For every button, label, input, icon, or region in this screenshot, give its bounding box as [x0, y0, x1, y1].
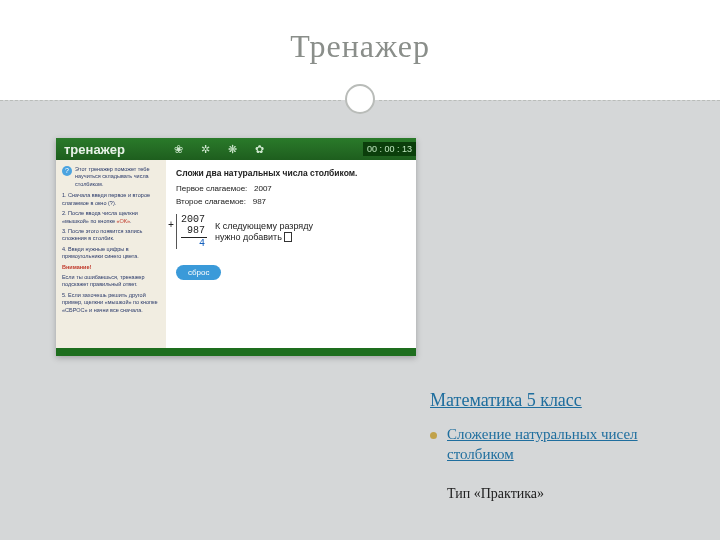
first-value: 2007 [254, 184, 272, 193]
trainer-step: 2. После ввода числа щелкни «мышкой» по … [62, 210, 160, 225]
trainer-bottombar [56, 348, 416, 356]
trainer-brand: тренажер [56, 142, 166, 157]
leaf-icon: ❀ [174, 143, 183, 156]
calc-n2: 987 [181, 225, 207, 236]
trainer-topbar-icons: ❀ ✲ ❋ ✿ [166, 143, 363, 156]
trainer-warning-label: Внимание! [62, 264, 160, 271]
trainer-body: ? Этот тренажер поможет тебе научиться с… [56, 160, 416, 348]
divider-dash-left [0, 100, 341, 101]
leaf-icon: ❋ [228, 143, 237, 156]
trainer-timer: 00 : 00 : 13 [363, 142, 416, 156]
second-value: 987 [253, 197, 266, 206]
divider-dash-right [379, 100, 720, 101]
trainer-hint: ? Этот тренажер поможет тебе научиться с… [62, 166, 160, 188]
info-icon: ? [62, 166, 72, 176]
link-topic[interactable]: Сложение натуральных чисел столбиком [447, 425, 680, 464]
trainer-step: 4. Введи нужные цифры в прямоугольники с… [62, 246, 160, 261]
leaf-icon: ✿ [255, 143, 264, 156]
trainer-step: 3. После этого появится запись сложения … [62, 228, 160, 243]
trainer-task-title: Сложи два натуральных числа столбиком. [176, 168, 406, 178]
trainer-step: 1. Сначала введи первое и второе слагаем… [62, 192, 160, 207]
calc-n1: 2007 [181, 214, 207, 225]
trainer-main: Сложи два натуральных числа столбиком. П… [166, 160, 416, 348]
slide: Тренажер тренажер ❀ ✲ ❋ ✿ 00 : 00 : 13 ?… [0, 0, 720, 540]
trainer-calc: + 2007 987 4 К следующему разряду нужно … [176, 214, 406, 249]
trainer-sidebar: ? Этот тренажер поможет тебе научиться с… [56, 160, 166, 348]
calc-hint-line1: К следующему разряду [215, 221, 313, 232]
calc-column: + 2007 987 4 [176, 214, 207, 249]
trainer-first-row: Первое слагаемое: 2007 [176, 184, 406, 193]
divider [0, 94, 720, 106]
calc-hint: К следующему разряду нужно добавить [215, 221, 313, 243]
calc-hint-line2: нужно добавить [215, 232, 313, 243]
trainer-second-row: Второе слагаемое: 987 [176, 197, 406, 206]
bullet-row: Сложение натуральных чисел столбиком [430, 425, 680, 464]
trainer-intro: Этот тренажер поможет тебе научиться скл… [75, 166, 160, 188]
reset-button[interactable]: сброс [176, 265, 221, 280]
trainer-warning-text: Если ты ошибаешься, тренажер подскажет п… [62, 274, 160, 289]
links-block: Математика 5 класс Сложение натуральных … [430, 390, 680, 502]
link-subject[interactable]: Математика 5 класс [430, 390, 582, 410]
answer-box-icon [284, 232, 292, 242]
second-label: Второе слагаемое: [176, 197, 246, 206]
trainer-screenshot: тренажер ❀ ✲ ❋ ✿ 00 : 00 : 13 ? Этот тре… [56, 138, 416, 356]
calc-result: 4 [181, 238, 207, 249]
type-label: Тип «Практика» [430, 486, 680, 502]
plus-icon: + [168, 220, 174, 231]
first-label: Первое слагаемое: [176, 184, 247, 193]
leaf-icon: ✲ [201, 143, 210, 156]
slide-title: Тренажер [0, 0, 720, 65]
trainer-step: 5. Если захочешь решить другой пример, щ… [62, 292, 160, 314]
trainer-topbar: тренажер ❀ ✲ ❋ ✿ 00 : 00 : 13 [56, 138, 416, 160]
bullet-icon [430, 432, 437, 439]
divider-circle-icon [345, 84, 375, 114]
